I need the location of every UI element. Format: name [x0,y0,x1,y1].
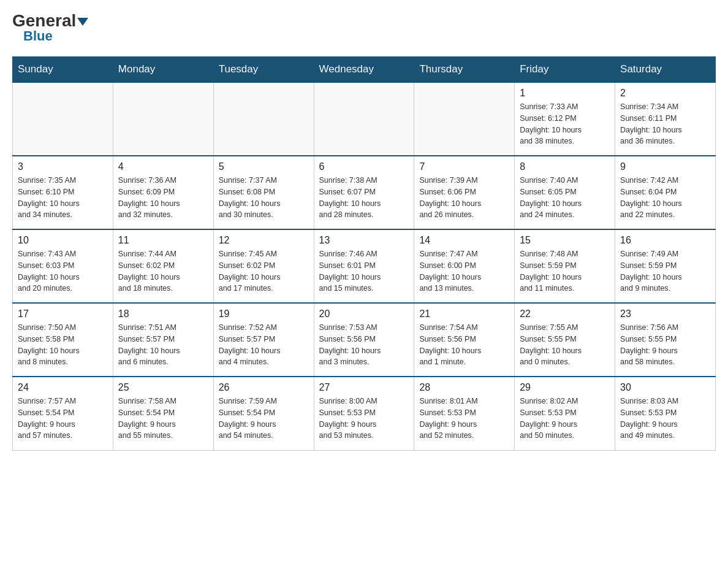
day-number: 27 [319,382,409,393]
calendar-cell: 27Sunrise: 8:00 AM Sunset: 5:53 PM Dayli… [314,377,414,450]
calendar-cell: 15Sunrise: 7:48 AM Sunset: 5:59 PM Dayli… [515,229,615,303]
calendar-cell: 13Sunrise: 7:46 AM Sunset: 6:01 PM Dayli… [314,229,414,303]
week-row-1: 1Sunrise: 7:33 AM Sunset: 6:12 PM Daylig… [13,82,716,156]
day-number: 21 [419,308,509,320]
day-number: 4 [118,161,208,172]
day-info: Sunrise: 7:45 AM Sunset: 6:02 PM Dayligh… [219,248,309,294]
day-info: Sunrise: 8:00 AM Sunset: 5:53 PM Dayligh… [319,396,409,442]
calendar-table: SundayMondayTuesdayWednesdayThursdayFrid… [12,56,716,451]
day-number: 14 [419,235,509,246]
day-number: 9 [620,161,710,172]
day-info: Sunrise: 8:02 AM Sunset: 5:53 PM Dayligh… [520,396,610,442]
day-number: 1 [520,88,610,99]
day-number: 12 [219,235,309,246]
calendar-cell: 21Sunrise: 7:54 AM Sunset: 5:56 PM Dayli… [414,303,515,377]
weekday-header-sunday: Sunday [13,57,113,83]
calendar-cell: 2Sunrise: 7:34 AM Sunset: 6:11 PM Daylig… [615,82,716,156]
calendar-cell: 4Sunrise: 7:36 AM Sunset: 6:09 PM Daylig… [113,156,213,229]
day-info: Sunrise: 8:03 AM Sunset: 5:53 PM Dayligh… [620,396,710,442]
calendar-cell [213,82,314,156]
calendar-cell: 16Sunrise: 7:49 AM Sunset: 5:59 PM Dayli… [615,229,716,303]
calendar-cell: 3Sunrise: 7:35 AM Sunset: 6:10 PM Daylig… [13,156,113,229]
weekday-header-friday: Friday [515,57,615,83]
calendar-cell: 29Sunrise: 8:02 AM Sunset: 5:53 PM Dayli… [515,377,615,450]
week-row-3: 10Sunrise: 7:43 AM Sunset: 6:03 PM Dayli… [13,229,716,303]
page-header: General Blue [12,12,716,44]
day-number: 7 [419,161,509,172]
day-info: Sunrise: 7:42 AM Sunset: 6:04 PM Dayligh… [620,175,710,221]
day-number: 28 [419,382,509,393]
calendar-cell: 7Sunrise: 7:39 AM Sunset: 6:06 PM Daylig… [414,156,515,229]
calendar-cell: 5Sunrise: 7:37 AM Sunset: 6:08 PM Daylig… [213,156,314,229]
day-info: Sunrise: 7:46 AM Sunset: 6:01 PM Dayligh… [319,248,409,294]
calendar-cell: 23Sunrise: 7:56 AM Sunset: 5:55 PM Dayli… [615,303,716,377]
day-number: 30 [620,382,710,393]
weekday-header-thursday: Thursday [414,57,515,83]
day-info: Sunrise: 7:58 AM Sunset: 5:54 PM Dayligh… [118,396,208,442]
day-info: Sunrise: 7:38 AM Sunset: 6:07 PM Dayligh… [319,175,409,221]
day-info: Sunrise: 7:56 AM Sunset: 5:55 PM Dayligh… [620,322,710,368]
day-number: 5 [219,161,309,172]
weekday-header-row: SundayMondayTuesdayWednesdayThursdayFrid… [13,57,716,83]
day-number: 17 [18,308,108,320]
day-number: 24 [18,382,108,393]
day-number: 23 [620,308,710,320]
calendar-cell: 11Sunrise: 7:44 AM Sunset: 6:02 PM Dayli… [113,229,213,303]
day-info: Sunrise: 7:40 AM Sunset: 6:05 PM Dayligh… [520,175,610,221]
calendar-cell: 6Sunrise: 7:38 AM Sunset: 6:07 PM Daylig… [314,156,414,229]
weekday-header-wednesday: Wednesday [314,57,414,83]
day-info: Sunrise: 7:33 AM Sunset: 6:12 PM Dayligh… [520,101,610,147]
day-number: 15 [520,235,610,246]
day-number: 25 [118,382,208,393]
calendar-cell [113,82,213,156]
day-info: Sunrise: 7:51 AM Sunset: 5:57 PM Dayligh… [118,322,208,368]
calendar-cell: 28Sunrise: 8:01 AM Sunset: 5:53 PM Dayli… [414,377,515,450]
week-row-5: 24Sunrise: 7:57 AM Sunset: 5:54 PM Dayli… [13,377,716,450]
day-number: 19 [219,308,309,320]
calendar-cell: 14Sunrise: 7:47 AM Sunset: 6:00 PM Dayli… [414,229,515,303]
day-number: 3 [18,161,108,172]
day-number: 22 [520,308,610,320]
calendar-cell: 18Sunrise: 7:51 AM Sunset: 5:57 PM Dayli… [113,303,213,377]
day-info: Sunrise: 7:37 AM Sunset: 6:08 PM Dayligh… [219,175,309,221]
day-info: Sunrise: 7:59 AM Sunset: 5:54 PM Dayligh… [219,396,309,442]
day-number: 20 [319,308,409,320]
calendar-cell [414,82,515,156]
calendar-cell: 9Sunrise: 7:42 AM Sunset: 6:04 PM Daylig… [615,156,716,229]
day-info: Sunrise: 8:01 AM Sunset: 5:53 PM Dayligh… [419,396,509,442]
weekday-header-saturday: Saturday [615,57,716,83]
logo: General Blue [12,12,88,44]
calendar-cell: 24Sunrise: 7:57 AM Sunset: 5:54 PM Dayli… [13,377,113,450]
week-row-2: 3Sunrise: 7:35 AM Sunset: 6:10 PM Daylig… [13,156,716,229]
calendar-cell [13,82,113,156]
calendar-cell: 17Sunrise: 7:50 AM Sunset: 5:58 PM Dayli… [13,303,113,377]
day-info: Sunrise: 7:48 AM Sunset: 5:59 PM Dayligh… [520,248,610,294]
logo-general: General [12,12,88,29]
day-info: Sunrise: 7:44 AM Sunset: 6:02 PM Dayligh… [118,248,208,294]
day-number: 18 [118,308,208,320]
day-info: Sunrise: 7:52 AM Sunset: 5:57 PM Dayligh… [219,322,309,368]
day-info: Sunrise: 7:34 AM Sunset: 6:11 PM Dayligh… [620,101,710,147]
day-number: 10 [18,235,108,246]
day-info: Sunrise: 7:50 AM Sunset: 5:58 PM Dayligh… [18,322,108,368]
calendar-cell: 1Sunrise: 7:33 AM Sunset: 6:12 PM Daylig… [515,82,615,156]
calendar-cell: 10Sunrise: 7:43 AM Sunset: 6:03 PM Dayli… [13,229,113,303]
weekday-header-tuesday: Tuesday [213,57,314,83]
calendar-cell: 26Sunrise: 7:59 AM Sunset: 5:54 PM Dayli… [213,377,314,450]
day-number: 29 [520,382,610,393]
day-info: Sunrise: 7:35 AM Sunset: 6:10 PM Dayligh… [18,175,108,221]
day-number: 16 [620,235,710,246]
day-info: Sunrise: 7:47 AM Sunset: 6:00 PM Dayligh… [419,248,509,294]
calendar-cell: 19Sunrise: 7:52 AM Sunset: 5:57 PM Dayli… [213,303,314,377]
day-info: Sunrise: 7:43 AM Sunset: 6:03 PM Dayligh… [18,248,108,294]
calendar-cell: 30Sunrise: 8:03 AM Sunset: 5:53 PM Dayli… [615,377,716,450]
day-info: Sunrise: 7:39 AM Sunset: 6:06 PM Dayligh… [419,175,509,221]
day-number: 6 [319,161,409,172]
weekday-header-monday: Monday [113,57,213,83]
calendar-cell: 12Sunrise: 7:45 AM Sunset: 6:02 PM Dayli… [213,229,314,303]
day-info: Sunrise: 7:53 AM Sunset: 5:56 PM Dayligh… [319,322,409,368]
day-number: 2 [620,88,710,99]
calendar-cell: 20Sunrise: 7:53 AM Sunset: 5:56 PM Dayli… [314,303,414,377]
logo-blue: Blue [23,28,53,44]
day-info: Sunrise: 7:57 AM Sunset: 5:54 PM Dayligh… [18,396,108,442]
